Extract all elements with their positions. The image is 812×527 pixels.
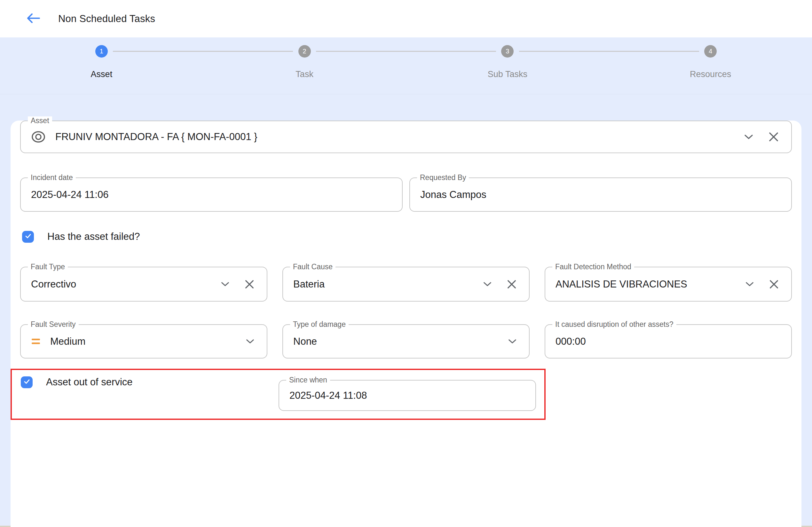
back-button[interactable] [25,12,42,26]
requested-by-field[interactable]: Requested By Jonas Campos [409,177,792,212]
fault-type-chevron-down-icon[interactable] [221,281,230,287]
stepper: 1 Asset 2 Task 3 Sub Tasks 4 Resources [0,38,812,94]
fault-severity-chevron-down-icon[interactable] [246,339,255,344]
page-title: Non Scheduled Tasks [58,13,155,25]
fault-severity-label: Fault Severity [28,320,79,329]
fault-type-clear-icon[interactable] [244,279,255,289]
fault-cause-value: Bateria [283,279,483,290]
asset-chevron-down-icon[interactable] [744,134,753,140]
checkmark-icon [23,378,31,386]
requested-by-label: Requested By [417,173,469,182]
fault-detection-chevron-down-icon[interactable] [745,281,754,287]
disruption-label: It caused disruption of other assets? [552,320,677,329]
fault-cause-field[interactable]: Fault Cause Bateria [282,267,530,302]
step-task[interactable]: 2 Task [203,45,406,94]
step-asset[interactable]: 1 Asset [0,45,203,94]
asset-clear-icon[interactable] [768,131,779,142]
fault-detection-method-value: ANALISIS DE VIBRACIONES [545,279,745,290]
disruption-value: 000:00 [545,336,791,347]
step-resources[interactable]: 4 Resources [609,45,812,94]
fault-severity-value: Medium [40,336,246,347]
disruption-field[interactable]: It caused disruption of other assets? 00… [545,324,792,358]
checkmark-icon [24,232,32,241]
requested-by-value: Jonas Campos [410,189,791,201]
type-of-damage-value: None [283,336,508,347]
highlight-box: Asset out of service Since when 2025-04-… [11,369,546,420]
has-failed-checkbox[interactable] [22,231,34,243]
since-when-value: 2025-04-24 11:08 [279,390,535,401]
asset-field-value: FRUNIV MONTADORA - FA { MON-FA-0001 } [46,131,744,143]
has-failed-label: Has the asset failed? [47,231,140,243]
asset-field-label: Asset [28,116,52,125]
incident-date-field[interactable]: Incident date 2025-04-24 11:06 [20,177,403,212]
step-sub-tasks[interactable]: 3 Sub Tasks [406,45,609,94]
back-arrow-icon [26,13,41,25]
out-of-service-checkbox[interactable] [21,376,33,388]
type-of-damage-field[interactable]: Type of damage None [282,324,530,358]
fault-detection-method-label: Fault Detection Method [552,263,634,271]
severity-medium-icon [32,339,40,344]
fault-detection-method-field[interactable]: Fault Detection Method ANALISIS DE VIBRA… [545,267,792,302]
asset-field[interactable]: Asset FRUNIV MONTADORA - FA { MON-FA-000… [20,120,792,153]
incident-date-label: Incident date [28,173,76,182]
step-4-label: Resources [690,69,731,79]
step-3-label: Sub Tasks [488,69,527,79]
page-background: Asset FRUNIV MONTADORA - FA { MON-FA-000… [0,94,812,526]
step-2-circle: 2 [299,45,311,58]
type-of-damage-label: Type of damage [290,320,349,329]
form-card: Asset FRUNIV MONTADORA - FA { MON-FA-000… [11,120,801,527]
has-failed-row: Has the asset failed? [20,230,792,243]
top-bar: Non Scheduled Tasks [0,0,812,38]
step-4-circle: 4 [704,45,717,58]
step-1-label: Asset [91,69,113,79]
asset-target-icon [31,130,46,144]
step-3-circle: 3 [501,45,513,58]
step-1-circle: 1 [95,45,108,58]
fault-severity-field[interactable]: Fault Severity Medium [20,324,267,358]
since-when-label: Since when [286,376,330,384]
step-2-label: Task [295,69,314,79]
fault-type-label: Fault Type [28,263,68,271]
fault-cause-label: Fault Cause [290,263,335,271]
fault-cause-chevron-down-icon[interactable] [483,281,492,287]
type-of-damage-chevron-down-icon[interactable] [508,339,517,344]
fault-type-field[interactable]: Fault Type Correctivo [20,267,267,302]
out-of-service-label: Asset out of service [46,376,133,388]
incident-date-value: 2025-04-24 11:06 [21,189,402,201]
out-of-service-row: Asset out of service [19,376,133,389]
since-when-field[interactable]: Since when 2025-04-24 11:08 [278,380,536,411]
fault-type-value: Correctivo [21,279,221,290]
fault-cause-clear-icon[interactable] [507,279,517,289]
fault-detection-clear-icon[interactable] [769,279,779,289]
